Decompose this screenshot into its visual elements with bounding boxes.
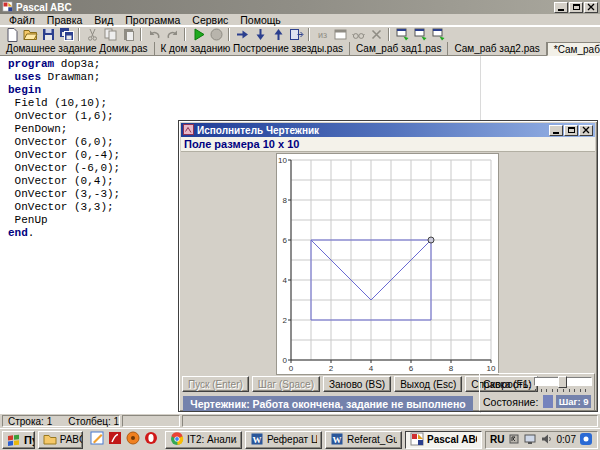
tray-network-icon[interactable] — [523, 432, 537, 448]
drawman-titlebar[interactable]: Исполнитель Чертежник — [181, 123, 595, 137]
status-panel-2 — [122, 415, 180, 427]
code-segment: OnVector (0,4); — [8, 175, 114, 187]
menu-item-3[interactable]: Программа — [119, 14, 186, 26]
toolbar-run-icon[interactable] — [189, 27, 207, 42]
drawman-maximize-button[interactable] — [564, 125, 578, 136]
toolbar-open-file-icon[interactable] — [21, 27, 39, 42]
svg-text:0: 0 — [289, 364, 294, 373]
system-tray: RU 0:07 — [485, 431, 598, 449]
main-caption-buttons — [554, 2, 598, 13]
tab-0[interactable]: Домашнее задание Домик.pas — [0, 42, 155, 55]
code-segment: uses — [15, 71, 41, 83]
toolbar: из — [0, 26, 600, 42]
drawman-plot: 02468100246810 — [276, 153, 499, 375]
code-segment: OnVector (6,0); — [8, 136, 114, 148]
code-line: uses Drawman; — [8, 71, 600, 84]
start-button[interactable]: Пуск — [2, 431, 35, 449]
drawman-button-3[interactable]: Выход (Esc) — [394, 376, 462, 392]
svg-text:0: 0 — [283, 356, 288, 365]
menu-item-1[interactable]: Правка — [41, 14, 88, 26]
toolbar-window-arrange-icon[interactable] — [429, 27, 447, 42]
toolbar-step-icon[interactable] — [233, 27, 251, 42]
toolbar-new-form-icon — [331, 27, 349, 42]
clock: 0:07 — [557, 434, 576, 445]
toolbar-save-all-icon[interactable] — [57, 27, 75, 42]
drawman-window-icon — [183, 124, 194, 137]
window-title: Pascal ABC — [16, 2, 72, 13]
toolbar-new-file-icon[interactable] — [3, 27, 21, 42]
toolbar-separator — [308, 28, 310, 41]
field-size-label: Поле размера 10 x 10 — [181, 137, 595, 152]
code-segment: OnVector (3,-3); — [8, 188, 120, 200]
word-icon: W — [330, 432, 344, 448]
code-segment — [8, 71, 15, 83]
drawman-button-0: Пуск (Enter) — [182, 376, 249, 392]
drawman-minimize-button[interactable] — [549, 125, 563, 136]
code-segment: . — [28, 227, 35, 239]
tray-volume-icon[interactable] — [540, 432, 554, 448]
code-segment: Drawman; — [41, 71, 100, 83]
toolbar-code-completion-icon: из — [313, 27, 331, 42]
code-segment: dop3a; — [54, 58, 100, 70]
toolbar-window-cascade-icon[interactable] — [393, 27, 411, 42]
code-segment: OnVector (-6,0); — [8, 162, 120, 174]
toolbar-window-tile-icon[interactable] — [411, 27, 429, 42]
svg-text:W: W — [333, 434, 342, 444]
toolbar-separator — [184, 28, 186, 41]
toolbar-watch-icon — [349, 27, 367, 42]
drawman-window: Исполнитель Чертежник Поле размера 10 x … — [178, 120, 598, 412]
toolbar-step-out-icon[interactable] — [269, 27, 287, 42]
svg-text:10: 10 — [278, 156, 287, 165]
tray-tray-app-icon[interactable] — [508, 433, 520, 447]
speed-label: Скорость: — [483, 378, 531, 390]
chrome-icon — [170, 432, 184, 448]
drawman-button-2[interactable]: Заново (BS) — [323, 376, 391, 392]
status-panel-3 — [182, 415, 598, 427]
tab-1[interactable]: К дом заданию Построение звезды.pas — [155, 42, 350, 55]
taskbar-button-3[interactable]: Pascal ABC — [405, 431, 482, 449]
svg-text:4: 4 — [283, 276, 288, 285]
code-segment: program — [8, 58, 54, 70]
menu-item-5[interactable]: Помощь — [234, 14, 287, 26]
minimize-button[interactable] — [554, 2, 568, 13]
quicklaunch-acrobat-icon[interactable] — [108, 431, 122, 449]
code-segment: end — [8, 227, 28, 239]
drawman-title: Исполнитель Чертежник — [197, 125, 319, 136]
quicklaunch-antivirus-icon[interactable] — [126, 431, 140, 449]
toolbar-save-icon[interactable] — [39, 27, 57, 42]
close-button[interactable] — [584, 2, 598, 13]
quicklaunch-opera-icon[interactable] — [144, 431, 158, 449]
messenger-icon[interactable] — [579, 432, 593, 448]
menu-bar: ФайлПравкаВидПрограммаСервисПомощь — [0, 14, 600, 26]
menu-item-4[interactable]: Сервис — [186, 14, 234, 26]
taskbar-button-0[interactable]: IT2: Анализ и сам... — [165, 431, 242, 449]
toolbar-separator — [388, 28, 390, 41]
quicklaunch-desktop-app-icon[interactable] — [90, 431, 104, 449]
toolbar-undo-icon — [145, 27, 163, 42]
drawman-close-button[interactable] — [579, 125, 593, 136]
menu-item-2[interactable]: Вид — [88, 14, 119, 26]
maximize-button[interactable] — [569, 2, 583, 13]
toolbar-step-into-icon[interactable] — [251, 27, 269, 42]
quick-launch — [86, 431, 162, 449]
taskbar-button-2[interactable]: WReferat_Guseva_... — [325, 431, 402, 449]
main-status-bar: Строка: 1 Столбец: 1 — [0, 413, 600, 428]
speed-slider[interactable] — [534, 376, 591, 392]
language-indicator[interactable]: RU — [490, 434, 504, 445]
tab-3[interactable]: Сам_раб зад2.pas — [448, 42, 546, 55]
menu-item-0[interactable]: Файл — [3, 14, 41, 26]
tab-2[interactable]: Сам_раб зад1.pas — [350, 42, 448, 55]
svg-text:W: W — [253, 434, 262, 444]
taskbar-button-1[interactable]: WРеферат Цыбико... — [245, 431, 322, 449]
status-line: Строка: 1 — [8, 416, 52, 427]
folder-icon — [43, 432, 57, 448]
toolbar-redo-icon — [163, 27, 181, 42]
state-indicator — [543, 395, 553, 408]
slider-thumb[interactable] — [558, 376, 567, 388]
taskbar-button-folder[interactable]: PABC — [38, 431, 83, 449]
toolbar-copy-icon — [101, 27, 119, 42]
toolbar-module-icon[interactable] — [287, 27, 305, 42]
code-segment: OnVector (0,-4); — [8, 149, 120, 161]
code-segment: OnVector (1,6); — [8, 110, 114, 122]
tab-4[interactable]: *Сам_раб зад3.pas — [547, 42, 600, 56]
